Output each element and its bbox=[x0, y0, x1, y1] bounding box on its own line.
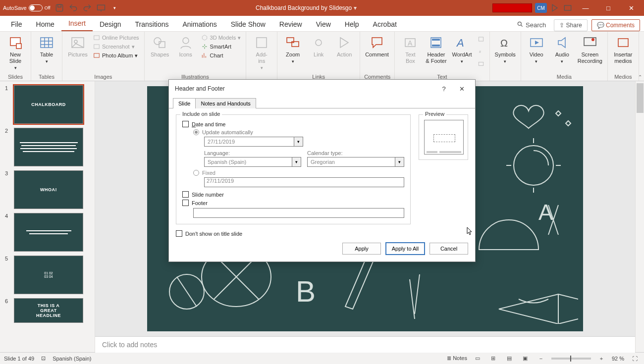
screen-recording-button[interactable]: Screen Recording bbox=[577, 34, 603, 65]
chevron-down-icon: ▾ bbox=[395, 157, 404, 166]
smartart-button[interactable]: SmartArt bbox=[200, 43, 242, 51]
thumb-5[interactable]: 5 01 0203 04 bbox=[5, 256, 90, 294]
language-label: Language: bbox=[204, 150, 301, 156]
svg-text:A: A bbox=[408, 39, 413, 47]
footer-checkbox[interactable]: Footer bbox=[182, 200, 404, 206]
link-button[interactable]: Link bbox=[307, 34, 330, 59]
thumb-1[interactable]: 1 CHALKBOARD bbox=[5, 85, 90, 124]
save-icon[interactable] bbox=[54, 3, 64, 13]
redo-icon[interactable] bbox=[82, 3, 92, 13]
thumb-4[interactable]: 4 bbox=[5, 213, 90, 252]
reading-view-icon[interactable]: ▤ bbox=[504, 354, 515, 363]
audio-button[interactable]: Audio▾ bbox=[551, 34, 574, 65]
footer-text-input[interactable] bbox=[193, 208, 404, 218]
tab-acrobat[interactable]: Acrobat bbox=[366, 17, 404, 31]
qat-customize-icon[interactable]: ▾ bbox=[110, 3, 120, 13]
object-small[interactable] bbox=[477, 60, 485, 68]
apply-button[interactable]: Apply bbox=[342, 243, 381, 255]
search-button[interactable]: Search bbox=[513, 19, 550, 31]
apply-to-all-button[interactable]: Apply to All bbox=[386, 243, 425, 255]
notes-pane[interactable]: Click to add notes bbox=[95, 336, 635, 353]
tab-transitions[interactable]: Transitions bbox=[128, 17, 176, 31]
shapes-button[interactable]: Shapes bbox=[149, 34, 171, 59]
dialog-help-icon[interactable]: ? bbox=[436, 83, 451, 95]
action-icon bbox=[336, 35, 352, 51]
fixed-date-input[interactable]: 27/11/2019 bbox=[204, 177, 404, 187]
video-button[interactable]: Video▾ bbox=[525, 34, 548, 65]
minimize-icon[interactable]: — bbox=[576, 1, 595, 15]
coming-soon-icon[interactable] bbox=[550, 3, 560, 13]
zoom-level[interactable]: 92 % bbox=[612, 356, 624, 362]
comments-button[interactable]: 💬 Comments bbox=[591, 19, 640, 31]
slideshow-view-icon[interactable]: ▣ bbox=[520, 354, 531, 363]
cancel-button[interactable]: Cancel bbox=[429, 243, 468, 255]
zoom-slider[interactable] bbox=[551, 358, 591, 360]
date-time-small[interactable] bbox=[477, 35, 485, 43]
collapse-ribbon-icon[interactable]: ⌃ bbox=[638, 74, 642, 80]
user-avatar[interactable]: CM bbox=[535, 3, 547, 13]
update-auto-radio[interactable]: Update automatically bbox=[193, 129, 404, 135]
tab-design[interactable]: Design bbox=[93, 17, 128, 31]
close-icon[interactable]: ✕ bbox=[621, 1, 641, 15]
zoom-in-icon[interactable]: + bbox=[596, 354, 607, 363]
tab-animations[interactable]: Animations bbox=[175, 17, 223, 31]
date-format-combo[interactable]: 27/11/2019▾ bbox=[204, 137, 303, 147]
language-indicator[interactable]: Spanish (Spain) bbox=[53, 356, 91, 362]
thumb-2[interactable]: 2 bbox=[5, 128, 90, 166]
normal-view-icon[interactable]: ▭ bbox=[472, 354, 483, 363]
maximize-icon[interactable]: □ bbox=[598, 1, 618, 15]
account-banner[interactable] bbox=[492, 3, 532, 12]
dont-show-title-checkbox[interactable]: Don't show on title slide bbox=[176, 230, 468, 237]
zoom-out-icon[interactable]: − bbox=[536, 354, 546, 363]
slideshow-from-start-icon[interactable] bbox=[96, 3, 106, 13]
new-slide-button[interactable]: New Slide▾ bbox=[4, 34, 27, 72]
dialog-close-icon[interactable]: ✕ bbox=[454, 83, 469, 95]
slide-thumbnails-panel[interactable]: 1 CHALKBOARD 2 3 WHOA! 4 5 01 0203 04 6 … bbox=[0, 81, 95, 352]
chart-button[interactable]: Chart bbox=[200, 52, 242, 59]
dialog-tab-slide[interactable]: Slide bbox=[173, 98, 196, 108]
fixed-radio[interactable]: Fixed bbox=[193, 170, 404, 176]
table-button[interactable]: Table▾ bbox=[35, 34, 58, 65]
tab-home[interactable]: Home bbox=[29, 17, 61, 31]
pictures-button[interactable]: Pictures bbox=[66, 34, 89, 59]
action-button[interactable]: Action bbox=[333, 34, 356, 59]
tab-help[interactable]: Help bbox=[338, 17, 366, 31]
tab-insert[interactable]: Insert bbox=[61, 16, 93, 31]
textbox-button[interactable]: A Text Box bbox=[399, 34, 422, 65]
screenshot-button[interactable]: Screenshot ▾ bbox=[92, 43, 140, 51]
slide-indicator[interactable]: Slide 1 of 49 bbox=[4, 356, 34, 362]
symbols-button[interactable]: Ω Symbols▾ bbox=[494, 34, 517, 65]
slide-number-small[interactable]: # bbox=[477, 48, 485, 55]
dialog-tab-notes[interactable]: Notes and Handouts bbox=[195, 98, 256, 108]
comment-button[interactable]: Comment bbox=[364, 34, 390, 59]
tab-review[interactable]: Review bbox=[272, 17, 309, 31]
accessibility-icon[interactable]: ⊡ bbox=[41, 355, 46, 362]
slide-number-checkbox[interactable]: Slide number bbox=[182, 191, 404, 198]
tab-slideshow[interactable]: Slide Show bbox=[224, 17, 272, 31]
tab-file[interactable]: File bbox=[4, 17, 29, 31]
calendar-combo[interactable]: Gregorian▾ bbox=[307, 157, 404, 167]
icons-button[interactable]: Icons bbox=[174, 34, 197, 59]
undo-icon[interactable] bbox=[68, 3, 78, 13]
fit-window-icon[interactable]: ⛶ bbox=[629, 354, 640, 363]
addins-button[interactable]: Add- ins▾ bbox=[250, 34, 273, 72]
svg-rect-10 bbox=[94, 36, 100, 40]
thumb-3[interactable]: 3 WHOA! bbox=[5, 170, 90, 209]
notes-toggle[interactable]: ≣ Notes bbox=[447, 355, 467, 362]
language-combo[interactable]: Spanish (Spain)▾ bbox=[204, 157, 301, 167]
thumb-6[interactable]: 6 THIS IS A GREAT HEADLINE bbox=[5, 298, 90, 323]
datetime-checkbox[interactable]: Date and time bbox=[182, 121, 404, 127]
share-button[interactable]: ⇪ Share bbox=[554, 19, 587, 31]
online-pictures-button[interactable]: Online Pictures bbox=[92, 34, 140, 42]
3d-models-button[interactable]: 3D Models ▾ bbox=[200, 34, 242, 42]
tab-view[interactable]: View bbox=[309, 17, 338, 31]
autosave-toggle[interactable]: AutoSave Off bbox=[3, 4, 51, 11]
photo-album-button[interactable]: Photo Album ▾ bbox=[92, 52, 140, 59]
insertar-medios-button[interactable]: Insertar medios bbox=[612, 34, 635, 65]
ribbon-display-icon[interactable] bbox=[563, 3, 573, 13]
wordart-button[interactable]: A WordArt▾ bbox=[451, 34, 474, 65]
vertical-scrollbar[interactable] bbox=[635, 81, 644, 352]
zoom-button[interactable]: Zoom▾ bbox=[281, 34, 304, 65]
sorter-view-icon[interactable]: ⊞ bbox=[488, 354, 499, 363]
header-footer-button[interactable]: Header & Footer bbox=[425, 34, 447, 65]
